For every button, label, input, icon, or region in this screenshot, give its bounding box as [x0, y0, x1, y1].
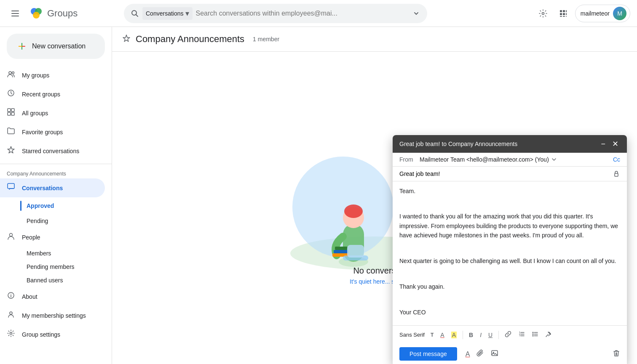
sidebar-item-members[interactable]: Members — [20, 247, 105, 260]
search-filter-dropdown[interactable]: Conversations ▾ — [142, 7, 193, 20]
topbar-left: Groups — [7, 5, 119, 22]
svg-rect-51 — [347, 245, 364, 258]
text-color-bottom-button[interactable]: A — [464, 348, 472, 361]
ordered-list-button[interactable]: 123 — [516, 329, 527, 340]
sidebar-item-all-groups[interactable]: All groups — [0, 104, 105, 122]
svg-line-7 — [136, 14, 138, 16]
sidebar-item-membership[interactable]: My membership settings — [0, 306, 105, 325]
sidebar-item-favorite-groups[interactable]: Favorite groups — [0, 122, 105, 141]
sidebar-item-pending-members[interactable]: Pending members — [20, 260, 105, 274]
close-button[interactable]: ✕ — [610, 139, 620, 149]
sidebar: New conversation My groups Recent groups… — [0, 27, 112, 364]
sidebar-item-banned-users[interactable]: Banned users — [20, 274, 105, 287]
sidebar-item-people[interactable]: People — [0, 228, 105, 247]
search-input[interactable] — [196, 10, 409, 17]
topbar-right: mailmeteor M — [535, 5, 630, 22]
svg-point-33 — [11, 294, 11, 295]
subject-input[interactable] — [399, 170, 613, 177]
bold-button[interactable]: B — [466, 330, 476, 340]
no-conversations-label: No convers It's quiet here... ste — [350, 266, 399, 285]
minimize-button[interactable]: − — [599, 139, 607, 149]
font-selector[interactable]: Sans Serif — [399, 332, 425, 338]
sidebar-divider — [0, 164, 112, 164]
svg-rect-17 — [566, 16, 567, 17]
svg-rect-25 — [8, 109, 11, 112]
toolbar-sep-1 — [463, 331, 463, 339]
conversations-sub: Approved Pending — [0, 197, 112, 228]
hamburger-button[interactable] — [7, 5, 24, 22]
compose-from-row: From Mailmeteor Team <hello@mailmeteor.c… — [393, 153, 627, 167]
body-line-empty1 — [399, 199, 620, 208]
compose-attachment-icons: A — [464, 348, 500, 361]
svg-rect-2 — [11, 16, 19, 16]
search-dropdown-icon[interactable] — [412, 9, 420, 18]
underline-button[interactable]: U — [486, 330, 495, 340]
app-title: Groups — [47, 8, 78, 19]
bullet-list-button[interactable] — [529, 329, 541, 340]
svg-rect-28 — [11, 112, 14, 115]
from-label: From — [399, 156, 420, 163]
star-group-icon[interactable] — [122, 34, 131, 45]
new-conversation-button[interactable]: New conversation — [7, 34, 105, 59]
topbar: Groups Conversations ▾ — [0, 0, 637, 27]
compose-body[interactable]: Team. I wanted to thank you all for the … — [393, 181, 627, 325]
people-sub: Members Pending members Banned users — [0, 247, 112, 287]
chat-icon — [7, 183, 15, 193]
text-color-button[interactable]: A — [438, 330, 447, 340]
svg-rect-48 — [334, 250, 348, 253]
content-area: Company Announcements 1 member — [112, 27, 637, 364]
highlight-button[interactable]: A — [449, 330, 459, 340]
body-line-empty4 — [399, 295, 620, 304]
attach-file-button[interactable] — [475, 348, 486, 361]
group-title: Company Announcements — [136, 34, 244, 45]
svg-rect-1 — [11, 13, 19, 14]
insert-image-button[interactable] — [489, 348, 500, 361]
sidebar-item-starred-conv[interactable]: Starred conversations — [0, 141, 105, 160]
link-button[interactable] — [502, 329, 514, 340]
svg-point-30 — [10, 234, 13, 236]
svg-rect-0 — [11, 11, 19, 11]
compose-bottom-bar: Post message A — [393, 344, 627, 364]
clear-formatting-button[interactable] — [543, 329, 554, 340]
sidebar-item-about[interactable]: About — [0, 287, 105, 306]
svg-point-63 — [533, 335, 534, 337]
text-size-button[interactable]: T — [428, 330, 436, 340]
body-line-empty3 — [399, 269, 620, 278]
content-header: Company Announcements 1 member — [112, 27, 637, 52]
content-body: No convers It's quiet here... ste Great … — [112, 52, 637, 364]
apps-button[interactable] — [555, 5, 572, 22]
grid-icon — [7, 108, 15, 118]
svg-rect-11 — [566, 10, 567, 12]
app-logo[interactable]: Groups — [29, 6, 78, 21]
start-conversation-link[interactable]: It's quiet here... ste — [350, 278, 399, 285]
main-layout: New conversation My groups Recent groups… — [0, 27, 637, 364]
user-avatar: M — [613, 7, 626, 20]
body-line-team: Team. — [399, 186, 620, 196]
sidebar-item-group-settings[interactable]: Group settings — [0, 325, 105, 344]
sidebar-item-approved[interactable]: Approved — [20, 197, 105, 214]
sidebar-item-conversations[interactable]: Conversations — [0, 178, 105, 197]
svg-rect-29 — [8, 183, 14, 189]
svg-rect-16 — [563, 16, 565, 17]
cc-button[interactable]: Cc — [613, 156, 620, 163]
search-bar: Conversations ▾ — [124, 4, 427, 23]
membership-icon — [7, 310, 15, 321]
body-line-empty2 — [399, 244, 620, 253]
delete-draft-button[interactable] — [613, 349, 620, 359]
svg-rect-27 — [8, 112, 11, 115]
star-icon — [7, 146, 15, 156]
compose-subject-row — [393, 167, 627, 181]
body-line-next: Next quarter is going to be challenging … — [399, 256, 620, 266]
sidebar-item-my-groups[interactable]: My groups — [0, 66, 105, 85]
sidebar-item-pending[interactable]: Pending — [20, 214, 105, 228]
italic-button[interactable]: I — [477, 330, 484, 340]
from-dropdown-icon[interactable] — [551, 156, 557, 163]
compose-window: Great job team! to Company Announcements… — [393, 135, 627, 364]
svg-point-5 — [33, 12, 40, 19]
people-icon — [7, 70, 15, 80]
settings-button[interactable] — [535, 5, 551, 22]
post-message-button[interactable]: Post message — [399, 347, 457, 361]
user-account-chip[interactable]: mailmeteor M — [575, 5, 630, 22]
sidebar-item-recent-groups[interactable]: Recent groups — [0, 85, 105, 104]
active-bar — [20, 201, 21, 211]
